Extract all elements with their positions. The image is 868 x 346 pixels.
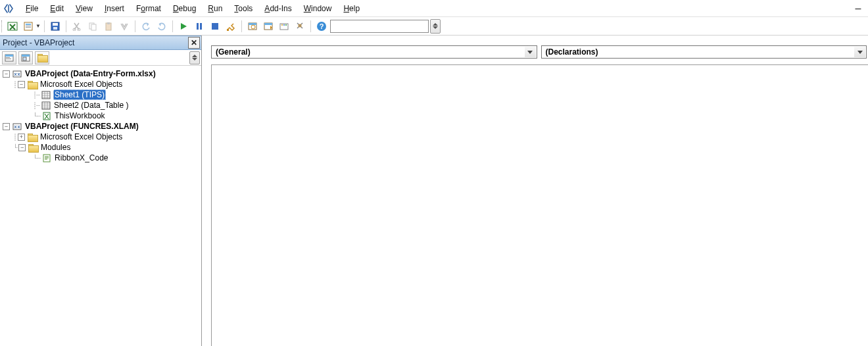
menu-view[interactable]: View [70, 0, 99, 16]
code-pane: (General) (Declarations) [202, 36, 868, 346]
position-combo[interactable] [330, 20, 429, 33]
sheet2-node[interactable]: Sheet2 (Data_Table ) [53, 101, 129, 110]
svg-rect-16 [212, 23, 218, 30]
svg-rect-33 [6, 59, 11, 59]
break-icon[interactable] [192, 19, 206, 34]
menu-edit[interactable]: Edit [44, 0, 70, 16]
paste-icon[interactable] [101, 19, 116, 34]
project-explorer-toolbar-overflow[interactable] [189, 51, 200, 64]
project-tree[interactable]: − VBAProject (Data-Entry-Form.xlsx) ┊ − … [0, 66, 201, 346]
expand-toggle[interactable]: + [18, 134, 25, 141]
view-object-icon[interactable] [18, 51, 33, 64]
svg-rect-17 [227, 29, 229, 31]
cut-icon[interactable] [70, 19, 84, 34]
svg-rect-2 [26, 24, 31, 25]
svg-rect-36 [23, 57, 26, 61]
menu-bar: File Edit View Insert Format Debug Run T… [0, 0, 868, 17]
svg-rect-13 [107, 22, 110, 24]
object-combo-label: (General) [216, 47, 251, 57]
vbaproject-icon [12, 68, 22, 79]
standard-toolbar: ▼ ? [0, 17, 868, 36]
help-icon[interactable]: ? [314, 19, 329, 34]
svg-rect-38 [42, 91, 50, 99]
toolbox-icon[interactable] [293, 19, 307, 34]
sheet1-node[interactable]: Sheet1 (TIPS) [53, 89, 106, 100]
svg-rect-4 [26, 27, 31, 28]
svg-rect-41 [13, 124, 21, 130]
properties-window-icon[interactable] [261, 19, 276, 34]
folder-icon [28, 142, 38, 153]
svg-rect-19 [249, 23, 256, 25]
dropdown-arrow-icon[interactable] [525, 47, 536, 57]
workbook-icon [41, 111, 52, 121]
svg-point-24 [281, 24, 283, 26]
code-editor[interactable] [211, 64, 868, 346]
svg-text:?: ? [320, 22, 324, 30]
project-explorer-title-label: Project - VBAProject [3, 38, 74, 47]
menu-file[interactable]: File [20, 0, 44, 16]
svg-rect-14 [197, 23, 199, 30]
design-mode-icon[interactable] [224, 19, 238, 34]
project-explorer-close[interactable]: ✕ [188, 37, 200, 49]
folder-icon [27, 132, 37, 142]
menu-format[interactable]: Format [130, 0, 167, 16]
svg-rect-6 [53, 23, 58, 26]
menu-run[interactable]: Run [202, 0, 228, 16]
object-combo[interactable]: (General) [211, 45, 537, 59]
minimize-button[interactable]: – [848, 3, 868, 14]
project-explorer-panel: Project - VBAProject ✕ − VBAProject (Dat… [0, 36, 202, 346]
svg-point-26 [285, 24, 287, 26]
menu-tools[interactable]: Tools [228, 0, 258, 16]
menu-window[interactable]: Window [298, 0, 338, 16]
worksheet-icon [41, 100, 51, 111]
copy-icon[interactable] [85, 19, 100, 34]
object-browser-icon[interactable] [277, 19, 291, 34]
menu-insert[interactable]: Insert [99, 0, 130, 16]
find-icon[interactable] [117, 19, 132, 34]
thisworkbook-node[interactable]: ThisWorkbook [54, 111, 105, 120]
procedure-combo[interactable]: (Declarations) [541, 45, 867, 59]
svg-rect-35 [22, 55, 30, 57]
project-explorer-icon[interactable] [245, 19, 260, 34]
worksheet-icon [41, 89, 51, 100]
expand-toggle[interactable]: − [3, 123, 10, 130]
expand-toggle[interactable]: − [18, 144, 26, 151]
vba-app-icon [3, 3, 14, 14]
svg-rect-3 [26, 26, 31, 26]
excel-objects-folder-1[interactable]: Microsoft Excel Objects [39, 80, 123, 89]
vbaproject-icon [12, 121, 22, 132]
svg-rect-15 [200, 23, 202, 30]
project-explorer-toolbar [0, 50, 201, 66]
view-code-icon[interactable] [2, 51, 16, 64]
excel-objects-folder-2[interactable]: Microsoft Excel Objects [39, 132, 123, 141]
menu-debug[interactable]: Debug [167, 0, 202, 16]
svg-rect-22 [264, 23, 272, 25]
svg-rect-37 [13, 71, 21, 77]
svg-rect-11 [91, 24, 96, 30]
vbaproject-2-label[interactable]: VBAProject (FUNCRES.XLAM) [24, 122, 139, 131]
menu-help[interactable]: Help [337, 0, 366, 16]
modules-folder[interactable]: Modules [40, 143, 71, 152]
svg-rect-39 [42, 102, 50, 109]
expand-toggle[interactable]: − [18, 81, 25, 88]
view-excel-icon[interactable] [5, 19, 20, 34]
toolbar-overflow[interactable] [430, 19, 441, 34]
expand-toggle[interactable]: − [3, 70, 10, 78]
svg-rect-32 [6, 57, 10, 58]
undo-icon[interactable] [139, 19, 153, 34]
module-icon [41, 153, 52, 163]
reset-icon[interactable] [208, 19, 222, 34]
vbaproject-1-label[interactable]: VBAProject (Data-Entry-Form.xlsx) [24, 69, 157, 78]
toggle-folders-icon[interactable] [35, 51, 49, 64]
insert-module-icon[interactable] [21, 19, 36, 34]
redo-icon[interactable] [155, 19, 169, 34]
ribbonx-code-node[interactable]: RibbonX_Code [54, 153, 108, 162]
svg-rect-31 [5, 55, 13, 57]
run-icon[interactable] [176, 19, 191, 34]
svg-rect-7 [53, 27, 57, 30]
save-icon[interactable] [48, 19, 62, 34]
insert-module-dropdown-icon[interactable]: ▼ [36, 23, 41, 29]
project-explorer-title: Project - VBAProject ✕ [0, 36, 201, 50]
dropdown-arrow-icon[interactable] [854, 47, 865, 57]
menu-addins[interactable]: Add-Ins [258, 0, 297, 16]
